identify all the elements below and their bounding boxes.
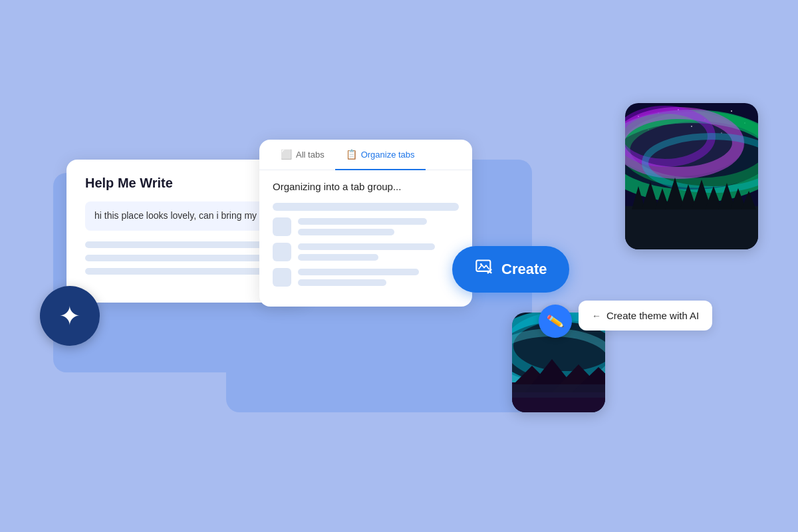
create-image-icon — [475, 258, 493, 281]
skeleton-line-a — [298, 218, 427, 225]
tab-organize-tabs[interactable]: 📋 Organize tabs — [335, 140, 426, 170]
help-write-input[interactable]: hi this place looks lovely, can i bring … — [85, 201, 287, 231]
skeleton-thumb-2 — [273, 243, 291, 261]
skeleton-line-e — [298, 269, 419, 275]
edit-pencil-button[interactable]: ✏️ — [539, 305, 572, 338]
create-button[interactable]: Create — [452, 246, 569, 293]
skeleton-thumb-3 — [273, 268, 291, 287]
aurora-top-image — [625, 103, 758, 249]
tabs-content: Organizing into a tab group... — [259, 170, 472, 307]
sparkle-icon: ✦ — [59, 303, 81, 329]
skeleton-row-1 — [273, 217, 459, 236]
create-label: Create — [501, 261, 547, 278]
create-svg-icon — [475, 258, 493, 277]
skeleton-bar-full — [273, 203, 459, 211]
aurora-top-svg — [625, 103, 758, 249]
ai-star-button[interactable]: ✦ — [40, 286, 100, 346]
skeleton-line-d — [298, 254, 378, 261]
svg-rect-17 — [625, 206, 758, 249]
svg-rect-40 — [512, 384, 605, 398]
help-write-title: Help Me Write — [85, 176, 287, 191]
skeleton-line-3 — [85, 268, 287, 275]
skeleton-line-1 — [85, 241, 267, 248]
skeleton-line-f — [298, 279, 386, 286]
arrow-left-icon: ← — [592, 311, 601, 321]
main-scene: Help Me Write hi this place looks lovely… — [0, 0, 798, 532]
tab-organize-label: Organize tabs — [361, 150, 415, 160]
skeleton-line-2 — [85, 255, 287, 261]
skeleton-lines-1 — [298, 218, 459, 235]
tab-all-tabs[interactable]: ⬜ All tabs — [270, 140, 335, 170]
create-theme-label: Create theme with AI — [606, 310, 699, 321]
svg-rect-28 — [476, 261, 490, 271]
skeleton-line-c — [298, 243, 435, 250]
organizing-text: Organizing into a tab group... — [273, 181, 459, 192]
tabs-card: ⬜ All tabs 📋 Organize tabs Organizing in… — [259, 140, 472, 307]
skeleton-lines-3 — [298, 269, 459, 286]
skeleton-lines-2 — [298, 243, 459, 261]
tabs-header: ⬜ All tabs 📋 Organize tabs — [259, 140, 472, 170]
skeleton-row-3 — [273, 268, 459, 287]
tab-all-label: All tabs — [296, 150, 325, 160]
create-theme-button[interactable]: ← Create theme with AI — [579, 301, 712, 331]
svg-point-5 — [731, 110, 732, 112]
skeleton-thumb-1 — [273, 217, 291, 236]
organize-icon: 📋 — [346, 149, 357, 160]
svg-point-29 — [480, 263, 482, 265]
tabs-icon: ⬜ — [281, 149, 292, 160]
skeleton-row-2 — [273, 243, 459, 261]
pencil-icon: ✏️ — [546, 312, 565, 331]
skeleton-line-b — [298, 229, 394, 235]
